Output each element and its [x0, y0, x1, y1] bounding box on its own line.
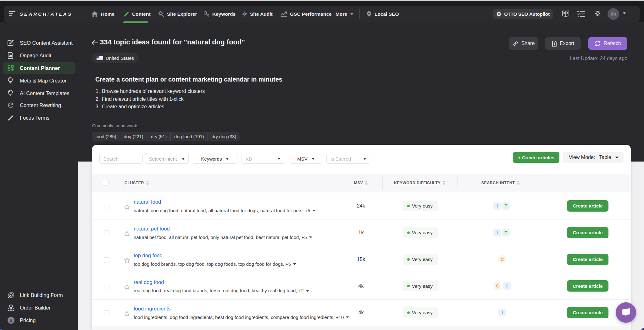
svg-text:$: $	[10, 318, 12, 323]
svg-text:AI: AI	[498, 13, 500, 15]
